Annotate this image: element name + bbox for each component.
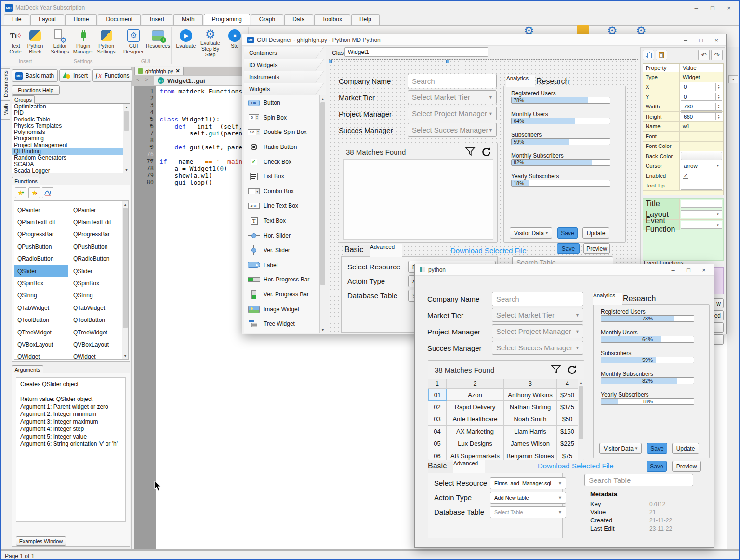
palette-item-ver-progress-bar[interactable]: Ver. Progress Bar: [244, 287, 326, 302]
designer-analytics-tab-analytics[interactable]: Analytics: [506, 75, 535, 87]
table-scrollbar[interactable]: ▲: [578, 379, 584, 460]
scroll-thumb[interactable]: [320, 102, 325, 285]
preview-button[interactable]: Preview: [672, 461, 701, 472]
function-item-qpushbutton-alt[interactable]: QPushButton: [70, 240, 119, 253]
table-cell[interactable]: 06: [428, 450, 447, 460]
palette-item-check-box[interactable]: ✓Check Box: [244, 154, 326, 169]
ribbon-tab-file[interactable]: File: [4, 14, 29, 25]
function-item-qvboxlayout[interactable]: QVBoxLayout: [14, 338, 68, 350]
ribbon-button-plugin-manager[interactable]: Plugin Manager: [72, 27, 94, 57]
adv-dropdown-database-table[interactable]: Select Table▼: [490, 506, 566, 518]
scroll-up-icon[interactable]: ▲: [320, 95, 326, 102]
palette-section-widgets[interactable]: Widgets: [244, 83, 326, 95]
ribbon-tab-toolbox[interactable]: Toolbox: [314, 14, 350, 25]
function-item-qslider[interactable]: QSlider: [14, 265, 68, 277]
editor-tab[interactable]: ghfghfgh.py✕: [134, 67, 184, 75]
filter-icon[interactable]: [464, 146, 476, 158]
functions-tab[interactable]: Functions: [12, 177, 40, 185]
function-item-qtreewidget-alt[interactable]: QTreeWidget: [70, 326, 119, 338]
table-cell[interactable]: Anthony Wilkins: [504, 389, 557, 401]
close-tab-icon[interactable]: ✕: [176, 68, 180, 74]
selection-handle[interactable]: [446, 60, 449, 63]
side-tab-math[interactable]: Math: [1, 100, 10, 120]
visitor-data-dropdown[interactable]: Visitor Data▼: [510, 227, 552, 239]
selection-handle[interactable]: [329, 60, 332, 63]
select-select-project-manager[interactable]: Select Project Manager▼: [492, 324, 583, 338]
table-cell[interactable]: 03: [428, 413, 447, 426]
property-value[interactable]: [680, 132, 723, 141]
ribbon-tab-graph[interactable]: Graph: [251, 14, 283, 25]
property-value[interactable]: 660▲▼: [680, 112, 723, 121]
column-header-1[interactable]: 1: [428, 379, 447, 389]
favorite-remove-icon[interactable]: ★-: [28, 187, 40, 198]
undo-icon[interactable]: ↶: [698, 50, 710, 60]
save-button[interactable]: Save: [557, 227, 578, 239]
nav-forward-button[interactable]: >: [143, 77, 151, 84]
scroll-up-icon[interactable]: ▲: [123, 104, 130, 110]
enabled-checkbox[interactable]: ✓: [683, 173, 688, 179]
nav-back-button[interactable]: <: [134, 77, 142, 84]
palette-item-tree-widget[interactable]: Tree Widget: [244, 317, 326, 332]
maximize-button[interactable]: □: [681, 265, 696, 275]
minimize-button[interactable]: –: [678, 35, 693, 45]
property-value[interactable]: 0▲▼: [680, 82, 723, 92]
layout-dropdown[interactable]: ▼: [681, 221, 722, 229]
property-value[interactable]: 0▲▼: [680, 92, 723, 102]
palette-item-hor-progress-bar[interactable]: Hor. Progress Bar: [244, 272, 326, 287]
palette-section-instruments[interactable]: Instruments: [244, 71, 326, 83]
scroll-down-icon[interactable]: ▼: [123, 166, 130, 173]
group-item-project-management[interactable]: Project Management: [12, 142, 130, 148]
palette-item-double-spin-box[interactable]: 0.0▲▼Double Spin Box: [244, 125, 326, 140]
group-item-polynomials[interactable]: Polynomials: [12, 129, 130, 135]
table-cell[interactable]: $75: [557, 450, 578, 460]
table-cell[interactable]: Ante Healthcare: [447, 413, 504, 426]
functions-scrollbar[interactable]: ▲▼: [122, 201, 128, 359]
function-item-qplaintextedit[interactable]: QPlainTextEdit: [14, 216, 68, 228]
refresh-icon[interactable]: [567, 364, 578, 375]
table-cell[interactable]: $375: [557, 401, 578, 413]
property-value[interactable]: w1: [680, 122, 723, 132]
spinner-arrows-icon[interactable]: ▲▼: [716, 83, 722, 91]
function-item-qspinbox-alt[interactable]: QSpinBox: [70, 277, 119, 289]
table-cell[interactable]: $225: [557, 438, 578, 450]
designer-detail-tab-advanced[interactable]: Advanced: [370, 244, 402, 257]
table-cell[interactable]: 05: [428, 438, 447, 450]
update-button[interactable]: Update: [582, 227, 609, 239]
scroll-thumb[interactable]: [123, 208, 128, 328]
scroll-down-icon[interactable]: ▼: [122, 352, 128, 359]
copy-icon[interactable]: [643, 50, 654, 60]
select-select-market-tier[interactable]: Select Market Tier▼: [492, 308, 583, 322]
palette-item-radio-button[interactable]: Radio Button: [244, 140, 326, 155]
arguments-tab[interactable]: Arguments: [12, 365, 43, 373]
plot-function-icon[interactable]: [42, 187, 53, 198]
table-cell[interactable]: $250: [557, 389, 578, 401]
select-select-succes-manager[interactable]: Select Succes Manager▼: [492, 341, 583, 355]
palette-item-combo-box[interactable]: ▼Combo Box: [244, 184, 326, 199]
ribbon-tab-help[interactable]: Help: [351, 14, 380, 25]
ribbon-tab-home[interactable]: Home: [65, 14, 97, 25]
title-input[interactable]: [681, 200, 722, 208]
function-item-qplaintextedit-alt[interactable]: QPlainTextEdit: [70, 216, 119, 228]
table-cell[interactable]: 02: [428, 401, 447, 413]
spin-input[interactable]: 660: [681, 112, 716, 120]
ribbon-button-python-settings[interactable]: Python Settings: [95, 27, 118, 57]
table-cell[interactable]: $150: [557, 426, 578, 438]
ribbon-button-text-code[interactable]: Tt◊Text Code: [6, 27, 25, 57]
spin-input[interactable]: 0: [681, 83, 716, 91]
column-header-3[interactable]: 3: [504, 379, 557, 389]
function-item-qpainter-alt[interactable]: QPainter: [70, 204, 119, 216]
property-value[interactable]: ▼: [680, 209, 723, 219]
spinner-arrows-icon[interactable]: ▲▼: [716, 103, 722, 111]
class-input[interactable]: Widget1: [344, 47, 488, 57]
table-cell[interactable]: 04: [428, 426, 447, 438]
table-cell[interactable]: $50: [557, 413, 578, 426]
function-item-qradiobutton[interactable]: QRadioButton: [14, 253, 68, 265]
table-cell[interactable]: Benjamin Stones: [504, 450, 557, 460]
select-select-market-tier[interactable]: Select Market Tier▼: [408, 90, 497, 104]
select-select-project-manager[interactable]: Select Project Manager▼: [408, 107, 497, 120]
function-item-qtabwidget[interactable]: QTabWidget: [14, 302, 68, 314]
minimize-button[interactable]: –: [688, 2, 704, 13]
update-button[interactable]: Update: [672, 443, 699, 454]
scroll-thumb[interactable]: [579, 386, 583, 439]
palette-section-containers[interactable]: Containers: [244, 47, 326, 59]
